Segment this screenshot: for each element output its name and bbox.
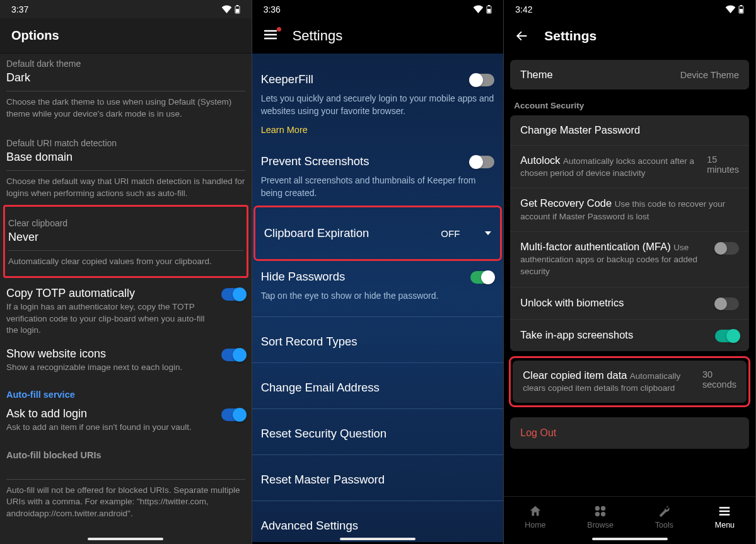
reset-security-question-row[interactable]: Reset Security Question [261, 427, 495, 441]
prevent-screenshots-desc: Prevent all screenshots and thumbnails o… [261, 175, 495, 199]
log-out-button[interactable]: Log Out [510, 417, 749, 449]
status-icons [221, 5, 240, 14]
mfa-row[interactable]: Multi-factor authentication (MFA) Use au… [510, 231, 749, 287]
svg-point-12 [601, 511, 605, 516]
status-time: 3:42 [515, 4, 532, 14]
theme-row[interactable]: Theme Device Theme [510, 60, 749, 90]
screenshots-toggle[interactable] [715, 330, 739, 342]
nav-home[interactable]: Home [525, 504, 545, 530]
account-security-group: Change Master Password Autolock Automati… [510, 115, 749, 351]
ask-add-login-row[interactable]: Ask to add login Ask to add an item if o… [6, 407, 245, 433]
biometrics-toggle[interactable] [715, 298, 739, 310]
prevent-screenshots-setting[interactable]: Prevent Screenshots Prevent all screensh… [261, 154, 495, 199]
menu-icon [718, 504, 731, 518]
clear-clipboard-value: Never [8, 231, 243, 244]
app-header: Settings [504, 18, 755, 54]
advanced-settings-row[interactable]: Advanced Settings [261, 519, 495, 533]
reset-master-password-row[interactable]: Reset Master Password [261, 473, 495, 487]
browse-icon [593, 504, 607, 518]
theme-label: Theme [520, 69, 552, 81]
hide-passwords-setting[interactable]: Hide Passwords Tap on the eye to show or… [261, 270, 495, 303]
copy-totp-row[interactable]: Copy TOTP automatically If a login has a… [6, 287, 245, 336]
uri-match-setting[interactable]: Default URI match detection Base domain [6, 138, 245, 164]
clipboard-expiration-highlighted[interactable]: Clipboard Expiration OFF [253, 205, 503, 261]
clear-copied-item-highlighted[interactable]: Clear copied item data Automatically cle… [509, 356, 750, 407]
biometrics-title: Unlock with biometrics [520, 297, 624, 308]
page-title: Settings [544, 28, 596, 43]
prevent-screenshots-title: Prevent Screenshots [261, 154, 369, 168]
ask-add-login-title: Ask to add login [6, 407, 211, 420]
blocked-uris-desc: Auto-fill will not be offered for blocke… [6, 485, 245, 521]
nav-tools[interactable]: Tools [655, 504, 673, 530]
prevent-screenshots-toggle[interactable] [470, 156, 494, 168]
change-master-password-row[interactable]: Change Master Password [510, 115, 749, 145]
tools-icon [657, 504, 671, 518]
autofill-service-header: Auto-fill service [6, 390, 245, 400]
clear-clipboard-label: Clear clipboard [8, 218, 243, 228]
app-header: Options [0, 18, 252, 54]
learn-more-link[interactable]: Learn More [261, 125, 308, 135]
biometrics-row[interactable]: Unlock with biometrics [510, 287, 749, 319]
status-time: 3:37 [11, 4, 28, 14]
clipboard-expiration-select[interactable]: OFF [441, 228, 491, 239]
copy-totp-toggle[interactable] [221, 288, 245, 301]
mfa-title: Multi-factor authentication (MFA) [520, 241, 670, 252]
wifi-icon [221, 5, 232, 13]
status-bar: 3:37 [0, 0, 252, 18]
clear-clipboard-highlighted[interactable]: Clear clipboard Never Automatically clea… [3, 205, 248, 279]
settings-body: Theme Device Theme Account Security Chan… [504, 54, 755, 494]
wifi-icon [725, 5, 736, 13]
uri-match-value: Base domain [6, 151, 245, 164]
home-indicator[interactable] [340, 538, 416, 540]
home-indicator[interactable] [88, 538, 163, 540]
sort-record-types-row[interactable]: Sort Record Types [261, 335, 495, 349]
keeperfill-setting[interactable]: KeeperFill Lets you quickly and securely… [261, 72, 495, 136]
svg-point-9 [595, 506, 600, 510]
status-bar: 3:42 [504, 0, 755, 18]
phone-3-settings: 3:42 Settings Theme Device Theme Account… [504, 0, 756, 544]
clipboard-expiration-title: Clipboard Expiration [264, 226, 369, 240]
dark-theme-setting[interactable]: Default dark theme Dark [6, 59, 245, 84]
clear-copied-item-row[interactable]: Clear copied item data Automatically cle… [513, 361, 747, 403]
status-icons [473, 5, 492, 14]
change-email-row[interactable]: Change Email Address [261, 381, 495, 395]
hamburger-icon [264, 30, 277, 40]
home-indicator[interactable] [592, 538, 668, 540]
copy-totp-title: Copy TOTP automatically [6, 287, 211, 300]
hamburger-menu-button[interactable] [264, 30, 277, 42]
website-icons-title: Show website icons [6, 347, 211, 361]
home-icon [528, 504, 542, 518]
take-screenshots-row[interactable]: Take in-app screenshots [510, 319, 749, 351]
website-icons-toggle[interactable] [221, 349, 245, 361]
autolock-row[interactable]: Autolock Automatically locks account aft… [510, 145, 749, 188]
chevron-down-icon [485, 231, 491, 235]
hide-passwords-title: Hide Passwords [261, 270, 346, 284]
mfa-toggle[interactable] [715, 242, 739, 255]
dark-theme-label: Default dark theme [6, 59, 245, 69]
autolock-value: 15 minutes [707, 154, 739, 175]
bottom-nav: Home Browse Tools Menu [504, 496, 755, 544]
app-header: Settings [252, 18, 504, 54]
keeperfill-desc: Lets you quickly and securely login to y… [261, 93, 495, 117]
dark-theme-value: Dark [6, 71, 245, 84]
website-icons-desc: Show a recognizable image next to each l… [6, 362, 211, 373]
copy-totp-desc: If a login has an authenticator key, cop… [6, 301, 211, 336]
nav-menu[interactable]: Menu [715, 504, 735, 530]
keeperfill-title: KeeperFill [261, 72, 313, 86]
hide-passwords-toggle[interactable] [470, 271, 494, 284]
svg-rect-1 [236, 5, 238, 6]
svg-point-10 [601, 506, 605, 510]
status-time: 3:36 [264, 4, 281, 14]
page-title: Options [11, 28, 59, 43]
clipboard-expiration-value: OFF [441, 228, 460, 239]
website-icons-row[interactable]: Show website icons Show a recognizable i… [6, 347, 245, 373]
theme-value: Device Theme [680, 70, 739, 80]
nav-browse[interactable]: Browse [587, 504, 614, 530]
recovery-code-row[interactable]: Get Recovery Code Use this code to recov… [510, 188, 749, 231]
status-bar: 3:36 [252, 0, 504, 18]
keeperfill-toggle[interactable] [470, 74, 494, 86]
back-button[interactable] [515, 30, 528, 42]
autolock-title: Autolock [520, 154, 560, 166]
page-title: Settings [293, 28, 343, 44]
ask-add-login-toggle[interactable] [221, 408, 245, 421]
